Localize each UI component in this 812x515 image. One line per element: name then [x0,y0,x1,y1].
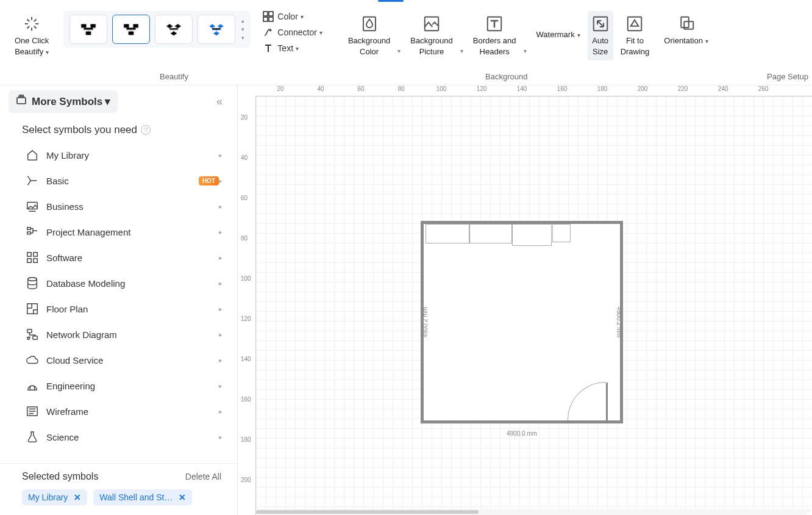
cabinet-1[interactable] [426,224,469,243]
category-label: Science [46,432,219,442]
svg-rect-2 [86,31,91,35]
door-swing[interactable] [570,383,608,420]
svg-rect-9 [269,17,273,21]
help-icon[interactable]: ? [141,125,151,135]
gallery-controls: ▴ ▾ ▾ [239,16,247,42]
category-icon [26,379,39,392]
background-color-button[interactable]: Background Color [344,11,394,60]
category-label: Software [46,253,219,263]
category-engineering[interactable]: Engineering▸ [22,373,226,398]
text-menu[interactable]: Text [263,43,322,54]
sidebar-collapse-icon[interactable]: « [216,95,229,108]
label: Orientation [664,35,708,46]
category-basic[interactable]: BasicHOT▸ [22,168,226,193]
gallery-more-icon[interactable]: ▾ [239,34,247,42]
chip-label: Wall Shell and St… [99,492,173,502]
svg-rect-1 [91,24,96,28]
cabinet-2[interactable] [469,224,512,243]
dimension-left: 4900.2 mm [422,307,429,337]
category-business[interactable]: Business▸ [22,193,226,219]
hot-badge: HOT [199,176,219,185]
svg-rect-22 [34,253,37,256]
chip-remove-icon[interactable]: ✕ [179,492,186,502]
label: Color [277,12,297,21]
border-text-icon [485,15,504,33]
dimension-bottom: 4900.0 mm [507,430,537,437]
category-software[interactable]: Software▸ [22,245,226,270]
category-wireframe[interactable]: Wireframe▸ [22,398,226,424]
style-thumb-4[interactable] [198,15,235,44]
label: Auto Size [592,35,608,57]
bg-picture-dropdown[interactable]: ▾ [460,48,466,60]
ribbon-toolbar: One Click Beautify ▴ ▾ ▾ Color Connector… [0,0,812,85]
svg-rect-23 [27,259,31,262]
scrollbar-thumb[interactable] [256,510,479,514]
category-database-modeling[interactable]: Database Modeling▸ [22,270,226,296]
floorplan-drawing[interactable]: 4900.0 mm 4900.2 mm 4900.2 mm [421,221,623,423]
selected-chip[interactable]: My Library✕ [22,489,87,505]
chevron-right-icon: ▸ [219,151,223,159]
style-thumb-3[interactable] [155,15,193,44]
watermark-button[interactable]: Watermark [533,11,584,59]
text-icon [263,43,274,54]
selected-symbols-title: Selected symbols [22,471,98,482]
category-icon [26,174,39,187]
category-science[interactable]: Science▸ [22,424,226,450]
category-icon [26,430,39,444]
svg-rect-28 [33,336,37,340]
style-thumb-1[interactable] [69,15,107,44]
selected-chip[interactable]: Wall Shell and St…✕ [93,489,192,505]
category-icon [26,200,39,213]
connector-menu[interactable]: Connector [263,27,322,38]
label: Background Color [348,35,390,57]
category-my-library[interactable]: My Library▸ [22,142,226,168]
chip-remove-icon[interactable]: ✕ [74,492,81,502]
section-label-beautify: Beautify [160,72,188,81]
background-picture-button[interactable]: Background Picture [407,11,456,60]
category-label: Database Modeling [46,278,219,289]
chevron-right-icon: ▸ [219,228,223,236]
svg-point-29 [27,337,30,340]
svg-point-25 [28,278,37,281]
borders-headers-button[interactable]: Borders and Headers [469,11,520,60]
label: Background Picture [410,35,452,57]
fit-to-drawing-button[interactable]: Fit to Drawing [617,11,654,60]
svg-rect-24 [34,259,37,262]
chevron-right-icon: ▸ [219,177,223,185]
one-click-beautify-button[interactable]: One Click Beautify [9,11,55,60]
category-icon [26,148,39,162]
svg-rect-19 [27,228,31,230]
category-network-diagram[interactable]: Network Diagram▸ [22,322,226,347]
label: Text [277,43,293,53]
gallery-up-icon[interactable]: ▴ [239,16,247,25]
svg-rect-27 [27,330,32,333]
orientation-button[interactable]: Orientation [660,11,712,50]
gallery-down-icon[interactable]: ▾ [239,25,247,34]
canvas-area[interactable]: 20406080100120140160180200220240260 2040… [238,85,812,515]
category-icon [26,353,39,367]
category-project-management[interactable]: Project Management▸ [22,219,226,245]
label: Watermark [536,29,580,40]
category-floor-plan[interactable]: Floor Plan▸ [22,296,226,322]
more-symbols-button[interactable]: More Symbols▾ [9,90,118,113]
category-label: Engineering [46,381,219,391]
category-label: Network Diagram [46,330,219,340]
borders-dropdown[interactable]: ▾ [524,48,529,60]
color-grid-icon [263,11,274,22]
cabinet-4[interactable] [552,224,571,242]
bg-color-dropdown[interactable]: ▾ [397,48,403,60]
delete-all-button[interactable]: Delete All [185,472,221,481]
symbols-sidebar: More Symbols▾ « Select symbols you need … [0,85,238,515]
cabinet-3[interactable] [512,224,552,246]
label: Borders and Headers [473,35,516,57]
category-cloud-service[interactable]: Cloud Service▸ [22,347,226,373]
svg-rect-3 [124,24,129,28]
category-icon [26,302,39,315]
category-icon [26,405,39,418]
fit-icon [625,15,644,33]
auto-size-button[interactable]: Auto Size [588,11,613,60]
horizontal-scrollbar[interactable] [256,509,812,515]
color-menu[interactable]: Color [263,11,322,22]
category-list: My Library▸BasicHOT▸Business▸Project Man… [0,142,237,463]
style-thumb-2[interactable] [112,15,150,44]
